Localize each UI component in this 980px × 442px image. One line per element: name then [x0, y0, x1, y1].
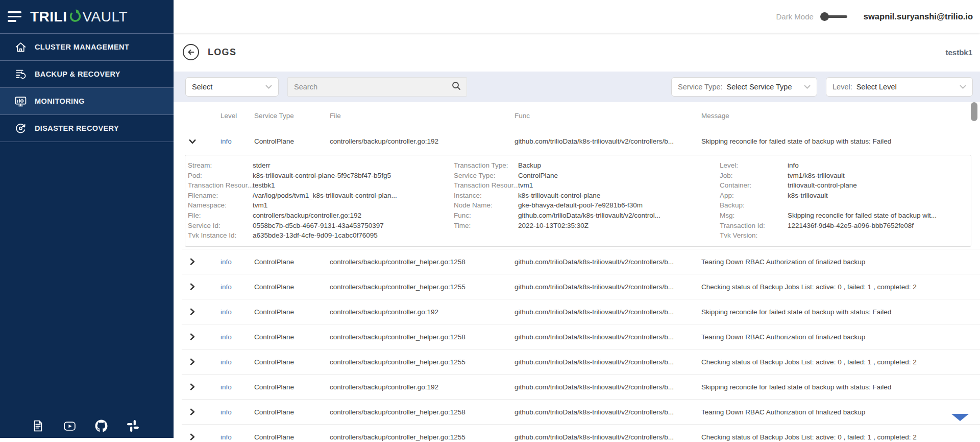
detail-value	[788, 200, 796, 211]
log-service-type: ControlPlane	[254, 358, 330, 366]
level-label: Level:	[832, 83, 852, 91]
detail-value: 0558bc7b-d5cb-4667-9131-43a453750397	[253, 221, 392, 231]
log-func: github.com/trilioData/k8s-triliovault/v2…	[514, 383, 701, 391]
hamburger-menu-icon[interactable]	[8, 11, 21, 22]
github-icon[interactable]	[95, 420, 108, 432]
service-type-dropdown[interactable]: Service Type: Select Service Type	[671, 77, 817, 97]
log-func: github.com/trilioData/k8s-triliovault/v2…	[514, 333, 701, 341]
detail-value: github.com/trilioData/k8s-triliovault/v2…	[518, 211, 669, 221]
table-row[interactable]: info ControlPlane controllers/backup/con…	[182, 374, 980, 399]
search-input[interactable]	[293, 82, 451, 91]
logo-text-bold: TRILI	[30, 9, 67, 25]
detail-value: tvm1	[518, 180, 541, 191]
log-func: github.com/trilioData/k8s-triliovault/v2…	[514, 408, 701, 416]
detail-value: k8s-triliovault-control-plane-5f9c78bf47…	[253, 171, 399, 181]
scroll-down-indicator-icon[interactable]	[951, 414, 969, 421]
detail-label: Tvk Version:	[720, 230, 788, 241]
toggle-knob	[820, 12, 829, 21]
log-func: github.com/trilioData/k8s-triliovault/v2…	[514, 258, 701, 266]
detail-label: Backup:	[720, 200, 788, 211]
sidebar-item-cluster-management[interactable]: CLUSTER MANAGEMENT	[0, 34, 174, 61]
sidebar-item-disaster-recovery[interactable]: DISASTER RECOVERY	[0, 115, 174, 142]
chevron-right-icon[interactable]	[182, 283, 220, 290]
dark-mode-label: Dark Mode	[776, 12, 814, 21]
detail-label: Container:	[720, 180, 788, 191]
topbar: Dark Mode swapnil.suryanshi@trilio.io	[174, 0, 980, 33]
select-dropdown[interactable]: Select	[185, 77, 279, 97]
chevron-right-icon[interactable]	[182, 383, 220, 390]
log-level: info	[220, 258, 254, 266]
log-service-type: ControlPlane	[254, 283, 330, 291]
sidebar-item-backup-recovery[interactable]: BACKUP & RECOVERY	[0, 61, 174, 88]
log-service-type: ControlPlane	[254, 308, 330, 316]
chevron-right-icon[interactable]	[182, 258, 220, 265]
chevron-down-icon[interactable]	[182, 138, 220, 145]
dark-mode-toggle[interactable]	[820, 12, 847, 21]
detail-column-3: Level:info Job:tvm1/k8s-triliovault Cont…	[720, 160, 968, 246]
level-dropdown[interactable]: Level: Select Level	[826, 77, 973, 97]
table-row[interactable]: info ControlPlane controllers/backup/con…	[182, 249, 980, 274]
log-message: Checking status of Backup Jobs List: act…	[701, 358, 980, 366]
log-func: github.com/trilioData/k8s-triliovault/v2…	[514, 137, 701, 145]
detail-value: Skipping reconcile for failed state of b…	[788, 211, 945, 221]
detail-value: info	[788, 160, 807, 171]
log-level: info	[220, 137, 254, 145]
detail-label: App:	[720, 191, 788, 201]
sidebar-item-monitoring[interactable]: MONITORING	[0, 88, 174, 115]
log-level: info	[220, 308, 254, 316]
log-file: controllers/backup/controller_helper.go:…	[330, 408, 514, 416]
back-arrow-icon	[186, 48, 195, 57]
detail-label: Job:	[720, 171, 788, 181]
detail-value: ControlPlane	[518, 171, 566, 181]
log-file: controllers/backup/controller.go:192	[330, 383, 514, 391]
detail-value: k8s-triliovault	[788, 191, 836, 201]
chevron-right-icon[interactable]	[182, 358, 220, 365]
table-row[interactable]: info ControlPlane controllers/backup/con…	[182, 424, 980, 442]
detail-label: Level:	[720, 160, 788, 171]
detail-label: Msg:	[720, 211, 788, 221]
chevron-right-icon[interactable]	[182, 408, 220, 415]
chevron-right-icon[interactable]	[182, 308, 220, 315]
detail-value: 2022-10-13T02:35:30Z	[518, 221, 597, 231]
user-email[interactable]: swapnil.suryanshi@trilio.io	[864, 12, 973, 21]
log-func: github.com/trilioData/k8s-triliovault/v2…	[514, 283, 701, 291]
detail-value: tvm1/k8s-triliovault	[788, 171, 853, 181]
triliovault-logo: TRILI VAULT	[30, 8, 128, 26]
back-button[interactable]	[183, 44, 199, 60]
slack-icon[interactable]	[127, 420, 139, 432]
log-message: Tearing Down RBAC Authorization of final…	[701, 408, 980, 416]
chevron-right-icon[interactable]	[182, 433, 220, 440]
chevron-down-icon	[804, 83, 811, 91]
table-row[interactable]: info ControlPlane controllers/backup/con…	[182, 129, 980, 154]
service-type-label: Service Type:	[678, 83, 723, 91]
log-message: Skipping reconcile for failed state of b…	[701, 383, 980, 391]
log-level: info	[220, 383, 254, 391]
log-service-type: ControlPlane	[254, 137, 330, 145]
log-file: controllers/backup/controller_helper.go:…	[330, 358, 514, 366]
log-message: Tearing Down RBAC Authorization of final…	[701, 333, 980, 341]
table-row[interactable]: info ControlPlane controllers/backup/con…	[182, 399, 980, 424]
document-icon[interactable]	[32, 420, 44, 432]
log-file: controllers/backup/controller_helper.go:…	[330, 433, 514, 441]
scrollbar-thumb[interactable]	[971, 102, 977, 121]
detail-label: Filename:	[188, 191, 253, 201]
cluster-name: testbk1	[945, 48, 972, 57]
detail-label: Service Type:	[454, 171, 518, 181]
logo-text-light: VAULT	[83, 9, 128, 25]
table-row[interactable]: info ControlPlane controllers/backup/con…	[182, 299, 980, 324]
search-icon[interactable]	[451, 81, 461, 93]
table-row[interactable]: info ControlPlane controllers/backup/con…	[182, 349, 980, 374]
page-title: LOGS	[208, 47, 236, 58]
detail-label: Node Name:	[454, 200, 518, 211]
column-header-service-type: Service Type	[254, 112, 330, 120]
detail-value: stderr	[253, 160, 279, 171]
search-box	[287, 77, 467, 97]
youtube-icon[interactable]	[63, 420, 76, 432]
chevron-right-icon[interactable]	[182, 333, 220, 340]
table-row[interactable]: info ControlPlane controllers/backup/con…	[182, 324, 980, 349]
detail-label: Transaction Type:	[454, 160, 518, 171]
log-file: controllers/backup/controller.go:192	[330, 137, 514, 145]
sidebar-item-label: CLUSTER MANAGEMENT	[35, 43, 129, 51]
detail-label: Namespace:	[188, 200, 253, 211]
table-row[interactable]: info ControlPlane controllers/backup/con…	[182, 274, 980, 299]
